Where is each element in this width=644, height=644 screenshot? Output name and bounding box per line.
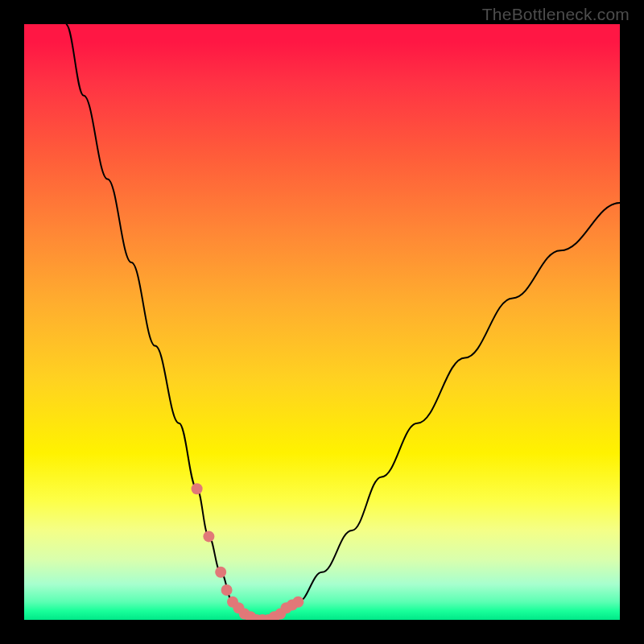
sweet-spot-dot	[292, 597, 303, 608]
chart-frame: TheBottleneck.com	[0, 0, 644, 644]
sweet-spot-dot	[192, 483, 203, 494]
sweet-spot-dot	[203, 530, 214, 542]
plot-area	[24, 24, 620, 620]
bottleneck-curve-line	[66, 24, 620, 620]
sweet-spot-dots	[192, 483, 304, 620]
chart-svg	[24, 24, 620, 620]
sweet-spot-dot	[215, 567, 226, 578]
watermark-text: TheBottleneck.com	[482, 5, 630, 24]
curve-path	[66, 24, 620, 620]
sweet-spot-dot	[221, 584, 233, 596]
